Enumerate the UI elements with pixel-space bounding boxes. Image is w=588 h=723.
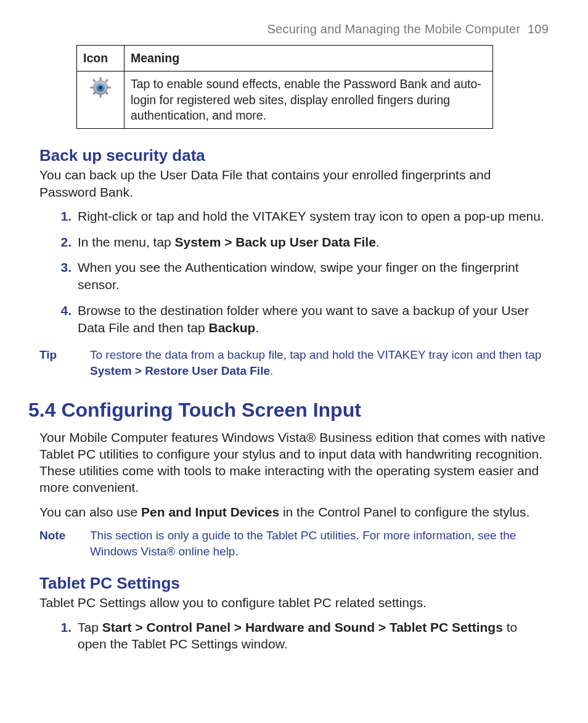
col-header-meaning: Meaning [125, 46, 493, 71]
step-number: 1. [52, 208, 71, 225]
table-row: Tap to enable sound effects, enable the … [77, 71, 493, 129]
tip-text: To restore the data from a backup file, … [90, 347, 549, 378]
table-header-row: Icon Meaning [77, 46, 493, 71]
page-number: 109 [528, 22, 549, 36]
step-text: In the menu, tap System > Back up User D… [78, 235, 380, 249]
section-para1: Your Mobile Computer features Windows Vi… [39, 429, 549, 496]
subheading-backup: Back up security data [39, 146, 549, 165]
svg-rect-4 [107, 87, 111, 89]
col-header-icon: Icon [77, 46, 125, 71]
subheading-tablet: Tablet PC Settings [39, 574, 549, 593]
list-item: 3. When you see the Authentication windo… [39, 259, 549, 293]
chapter-title: Securing and Managing the Mobile Compute… [267, 22, 521, 36]
document-page: Securing and Managing the Mobile Compute… [0, 0, 588, 723]
backup-steps: 1. Right-click or tap and hold the VITAK… [39, 208, 549, 336]
tablet-intro: Tablet PC Settings allow you to configur… [39, 594, 549, 611]
icon-cell [77, 71, 125, 129]
running-header: Securing and Managing the Mobile Compute… [39, 22, 549, 36]
svg-rect-5 [92, 79, 96, 83]
step-text: Tap Start > Control Panel > Hardware and… [78, 620, 517, 652]
step-text: When you see the Authentication window, … [78, 260, 519, 292]
step-text: Right-click or tap and hold the VITAKEY … [78, 209, 544, 223]
svg-rect-2 [100, 94, 102, 98]
step-number: 4. [52, 302, 71, 319]
step-text: Browse to the destination folder where y… [78, 303, 529, 335]
note-label: Note [39, 528, 75, 559]
svg-rect-7 [105, 79, 108, 83]
svg-point-10 [99, 86, 103, 90]
svg-rect-1 [100, 78, 102, 81]
tip-label: Tip [39, 347, 75, 378]
svg-rect-3 [91, 87, 94, 89]
step-number: 1. [52, 619, 71, 636]
list-item: 1. Right-click or tap and hold the VITAK… [39, 208, 549, 225]
section-para2: You can also use Pen and Input Devices i… [39, 504, 549, 520]
note-callout: Note This section is only a guide to the… [39, 528, 549, 559]
tip-callout: Tip To restore the data from a backup fi… [39, 347, 549, 378]
settings-gear-icon [89, 76, 112, 102]
list-item: 4. Browse to the destination folder wher… [39, 302, 549, 336]
meaning-cell: Tap to enable sound effects, enable the … [125, 71, 493, 129]
section-heading: 5.4 Configuring Touch Screen Input [28, 399, 549, 422]
tablet-steps: 1. Tap Start > Control Panel > Hardware … [39, 619, 549, 653]
note-text: This section is only a guide to the Tabl… [90, 528, 549, 559]
backup-intro: You can back up the User Data File that … [39, 166, 549, 200]
list-item: 2. In the menu, tap System > Back up Use… [39, 234, 549, 251]
icon-meaning-table: Icon Meaning [76, 45, 493, 129]
list-item: 1. Tap Start > Control Panel > Hardware … [39, 619, 549, 653]
step-number: 3. [52, 259, 71, 276]
step-number: 2. [52, 234, 71, 251]
